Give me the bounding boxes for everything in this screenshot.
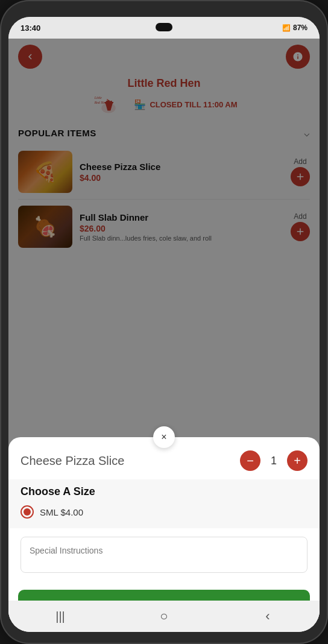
instructions-section <box>8 528 320 584</box>
close-btn-wrap: × <box>153 426 175 448</box>
increase-quantity-button[interactable]: + <box>287 450 308 471</box>
nav-menu-icon[interactable]: ||| <box>47 603 74 630</box>
close-modal-button[interactable]: × <box>153 426 175 448</box>
nav-back-icon[interactable]: ‹ <box>254 603 281 630</box>
minus-icon: − <box>247 454 254 468</box>
radio-selected <box>24 508 31 516</box>
plus-icon: + <box>294 454 301 468</box>
menu-lines-icon: ||| <box>55 610 65 623</box>
battery-text: 87% <box>293 24 308 32</box>
status-icons: 📶 87% <box>282 24 308 32</box>
special-instructions-input[interactable] <box>20 537 308 573</box>
status-bar: 13:40 📶 87% <box>8 17 320 39</box>
modal-item-title: Cheese Pizza Slice <box>20 454 124 468</box>
quantity-control: − 1 + <box>240 450 308 471</box>
decrease-quantity-button[interactable]: − <box>240 450 260 471</box>
size-label: SML $4.00 <box>40 507 83 517</box>
back-arrow-icon: ‹ <box>265 608 270 624</box>
quantity-value: 1 <box>268 455 280 467</box>
radio-button[interactable] <box>20 505 34 519</box>
bottom-nav-bar: ||| ○ ‹ <box>8 601 320 632</box>
nav-home-icon[interactable]: ○ <box>151 603 177 630</box>
status-time: 13:40 <box>20 24 40 33</box>
close-icon: × <box>161 432 166 443</box>
size-title: Choose A Size <box>20 485 308 498</box>
home-circle-icon: ○ <box>160 608 168 624</box>
size-section: Choose A Size SML $4.00 <box>8 479 320 528</box>
size-option[interactable]: SML $4.00 <box>20 505 308 519</box>
camera-cutout <box>156 23 172 31</box>
signal-icon: 📶 <box>282 24 291 32</box>
